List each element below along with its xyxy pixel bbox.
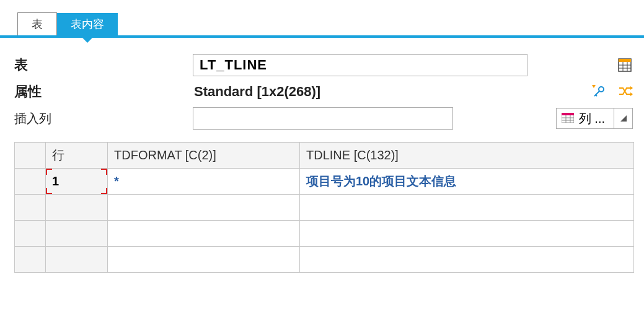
table-row[interactable] — [15, 247, 634, 273]
input-table-name[interactable]: LT_TLINE — [193, 54, 527, 76]
svg-rect-13 — [562, 113, 574, 115]
table-grid-icon[interactable] — [617, 57, 633, 73]
grid-header-row: 行 TDFORMAT [C(2)] TDLINE [C(132)] — [15, 143, 634, 169]
cell-tdformat[interactable]: * — [108, 169, 300, 195]
label-table: 表 — [14, 56, 188, 74]
row-number: 1 — [52, 174, 59, 188]
row-select-cell[interactable] — [15, 247, 46, 273]
cell-tdformat[interactable] — [108, 221, 300, 247]
cell-tdline[interactable] — [300, 247, 634, 273]
cell-tdformat[interactable] — [108, 195, 300, 221]
form-area: 表 LT_TLINE 属性 Standard [1x2(268)] — [0, 38, 644, 130]
row-number-cell[interactable]: 1 — [46, 169, 108, 195]
cell-tdline[interactable] — [300, 195, 634, 221]
column-dropdown-label: 列 ... — [579, 110, 605, 127]
grid-small-icon — [562, 112, 574, 126]
svg-line-8 — [596, 95, 597, 96]
cell-tdline[interactable]: 项目号为10的项目文本信息 — [300, 169, 634, 195]
key-down-icon[interactable] — [591, 84, 607, 100]
row-select-cell[interactable] — [15, 169, 46, 195]
data-grid: 行 TDFORMAT [C(2)] TDLINE [C(132)] 1 * 项目… — [14, 142, 634, 273]
table-row[interactable] — [15, 221, 634, 247]
row-number-cell[interactable] — [46, 195, 108, 221]
grid-header-tdline[interactable]: TDLINE [C(132)] — [300, 143, 634, 169]
label-attributes: 属性 — [14, 82, 188, 101]
input-insert-col[interactable] — [193, 107, 453, 130]
tab-bar: 表 表内容 — [0, 0, 644, 35]
cell-tdline[interactable] — [300, 221, 634, 247]
row-number-cell[interactable] — [46, 247, 108, 273]
table-row[interactable]: 1 * 项目号为10的项目文本信息 — [15, 169, 634, 195]
svg-marker-11 — [630, 92, 633, 96]
svg-point-6 — [599, 87, 604, 92]
tab-table[interactable]: 表 — [17, 12, 57, 35]
table-row[interactable] — [15, 195, 634, 221]
column-dropdown[interactable]: 列 ... — [556, 108, 633, 129]
grid-header-tdformat[interactable]: TDFORMAT [C(2)] — [108, 143, 300, 169]
shuffle-icon[interactable] — [617, 84, 633, 100]
cell-tdformat[interactable] — [108, 247, 300, 273]
grid-header-rownum[interactable]: 行 — [46, 143, 108, 169]
row-number-cell[interactable] — [46, 221, 108, 247]
row-select-cell[interactable] — [15, 221, 46, 247]
svg-marker-10 — [630, 86, 633, 90]
dropdown-toggle-icon[interactable] — [614, 108, 632, 128]
svg-marker-18 — [620, 115, 627, 122]
value-attributes: Standard [1x2(268)] — [193, 84, 527, 100]
row-select-cell[interactable] — [15, 195, 46, 221]
svg-rect-1 — [619, 59, 631, 62]
label-insert-col: 插入列 — [14, 110, 188, 127]
grid-header-select[interactable] — [15, 143, 46, 169]
svg-marker-9 — [592, 85, 596, 88]
tab-table-content[interactable]: 表内容 — [57, 13, 118, 35]
